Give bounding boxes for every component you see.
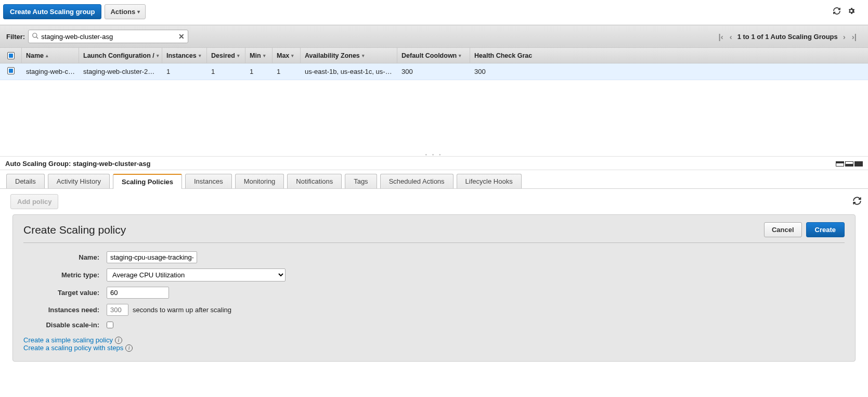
info-icon[interactable]: i: [125, 344, 133, 352]
col-desired[interactable]: Desired▾: [207, 48, 245, 63]
sort-asc-icon: ▴: [46, 53, 48, 58]
warmup-suffix: seconds to warm up after scaling: [133, 306, 231, 314]
col-health-check[interactable]: Health Check Grac▾: [470, 48, 533, 63]
pager-text: 1 to 1 of 1 Auto Scaling Groups: [737, 33, 838, 41]
col-min[interactable]: Min▾: [245, 48, 273, 63]
svg-point-0: [33, 33, 37, 37]
target-value-input[interactable]: [107, 287, 169, 299]
search-input[interactable]: [39, 33, 178, 41]
col-cooldown[interactable]: Default Cooldown▾: [397, 48, 470, 63]
refresh-icon[interactable]: [852, 196, 862, 207]
panel-half-icon[interactable]: [845, 161, 853, 167]
disable-scalein-label: Disable scale-in:: [44, 321, 107, 329]
chevron-down-icon: ▾: [199, 53, 201, 58]
disable-scalein-checkbox[interactable]: [107, 322, 113, 328]
chevron-down-icon: ▾: [237, 53, 240, 58]
tab-details[interactable]: Details: [6, 174, 45, 188]
tab-notifications[interactable]: Notifications: [287, 174, 342, 188]
svg-line-1: [36, 36, 38, 39]
chevron-down-icon: ▾: [157, 53, 159, 58]
instances-need-label: Instances need:: [44, 306, 107, 314]
create-asg-button[interactable]: Create Auto Scaling group: [3, 4, 101, 19]
chevron-down-icon: ▾: [291, 53, 294, 58]
col-max[interactable]: Max▾: [273, 48, 301, 63]
pager-next-icon[interactable]: ›: [842, 32, 847, 41]
chevron-down-icon: ▾: [137, 9, 140, 15]
chevron-down-icon: ▾: [362, 53, 365, 58]
pager-prev-icon[interactable]: ‹: [729, 32, 733, 41]
cell-launch-config: staging-web-cluster-20…: [79, 68, 162, 75]
filter-bar: Filter: ✕ |‹ ‹ 1 to 1 of 1 Auto Scaling …: [0, 25, 868, 48]
actions-dropdown[interactable]: Actions ▾: [105, 4, 146, 19]
cell-min: 1: [245, 68, 273, 75]
table-header: Name▴ Launch Configuration /▾ Instances▾…: [0, 48, 868, 63]
warmup-seconds-input[interactable]: [107, 304, 128, 316]
cell-desired: 1: [207, 68, 245, 75]
clear-icon[interactable]: ✕: [178, 32, 185, 41]
panel-title-name: staging-web-cluster-asg: [73, 160, 151, 168]
checkbox-icon[interactable]: [7, 52, 15, 59]
tab-monitoring[interactable]: Monitoring: [235, 174, 284, 188]
tab-lifecycle-hooks[interactable]: Lifecycle Hooks: [457, 174, 522, 188]
panel-minimize-icon[interactable]: [836, 161, 844, 167]
form-heading: Create Scaling policy: [23, 224, 126, 236]
tab-scaling-policies[interactable]: Scaling Policies: [113, 174, 182, 189]
policy-name-input[interactable]: [107, 251, 197, 263]
simple-scaling-link[interactable]: Create a simple scaling policy i: [23, 336, 122, 344]
col-launch-config[interactable]: Launch Configuration /▾: [79, 48, 162, 63]
cell-az: us-east-1b, us-east-1c, us-e…: [301, 68, 397, 75]
col-name[interactable]: Name▴: [22, 48, 79, 63]
search-icon: [32, 32, 39, 41]
tab-tags[interactable]: Tags: [345, 174, 377, 188]
gear-icon[interactable]: [847, 7, 856, 17]
cancel-button[interactable]: Cancel: [764, 222, 802, 237]
cell-name: staging-web-cl…: [22, 68, 79, 75]
chevron-down-icon: ▾: [263, 53, 266, 58]
tab-instances[interactable]: Instances: [185, 174, 232, 188]
actions-label: Actions: [110, 8, 135, 16]
cell-instances: 1: [162, 68, 207, 75]
top-toolbar: Create Auto Scaling group Actions ▾: [0, 0, 868, 25]
cell-cooldown: 300: [397, 68, 470, 75]
tabs-row: Details Activity History Scaling Policie…: [0, 170, 868, 189]
row-checkbox[interactable]: [7, 67, 15, 74]
tab-scheduled-actions[interactable]: Scheduled Actions: [380, 174, 454, 188]
select-all-header[interactable]: [0, 48, 22, 63]
col-az[interactable]: Availability Zones▾: [301, 48, 397, 63]
col-instances[interactable]: Instances▾: [162, 48, 207, 63]
cell-max: 1: [273, 68, 301, 75]
target-value-label: Target value:: [44, 289, 107, 297]
step-scaling-link[interactable]: Create a scaling policy with steps i: [23, 344, 133, 352]
panel-title-prefix: Auto Scaling Group:: [5, 160, 73, 168]
search-box[interactable]: ✕: [28, 30, 188, 43]
tab-activity-history[interactable]: Activity History: [48, 174, 110, 188]
filter-label: Filter:: [6, 33, 25, 41]
info-icon[interactable]: i: [115, 337, 122, 344]
policy-toolbar: Add policy: [0, 189, 868, 212]
cell-health-check: 300: [470, 68, 533, 75]
create-button[interactable]: Create: [806, 222, 845, 237]
pager-last-icon[interactable]: ›|: [851, 32, 858, 41]
details-panel-header: Auto Scaling Group: staging-web-cluster-…: [0, 156, 868, 170]
chevron-down-icon: ▾: [459, 53, 461, 58]
pager-first-icon[interactable]: |‹: [718, 32, 724, 41]
name-label: Name:: [44, 253, 107, 261]
add-policy-button: Add policy: [10, 194, 58, 209]
table-row[interactable]: staging-web-cl… staging-web-cluster-20… …: [0, 63, 868, 80]
metric-type-select[interactable]: Average CPU Utilization: [107, 268, 286, 281]
refresh-icon[interactable]: [833, 7, 841, 17]
metric-type-label: Metric type:: [44, 271, 107, 279]
create-scaling-policy-panel: Create Scaling policy Cancel Create Name…: [12, 214, 856, 362]
panel-full-icon[interactable]: [854, 161, 863, 167]
